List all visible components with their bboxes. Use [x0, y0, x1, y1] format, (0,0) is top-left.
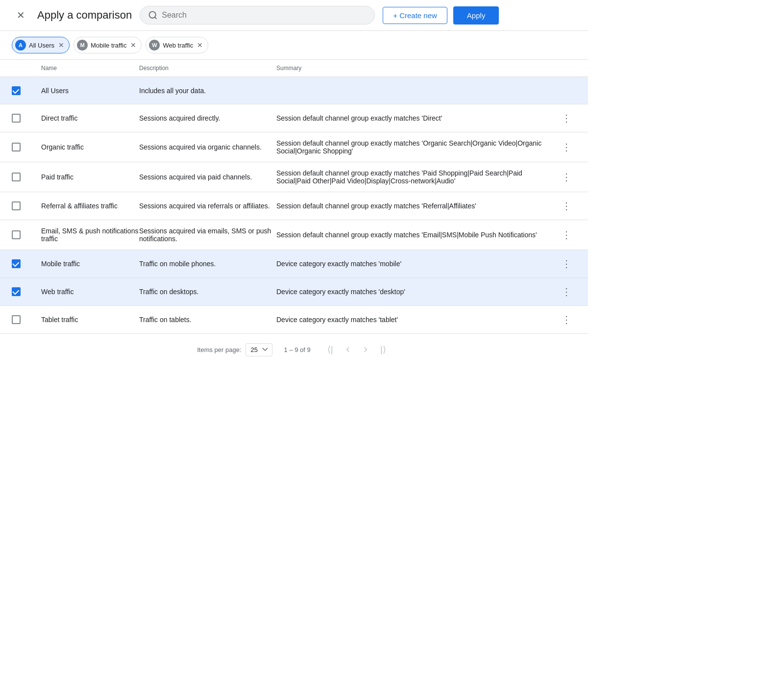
search-icon [148, 10, 158, 20]
chevron-left-icon [343, 345, 352, 354]
row-summary-3: Session default channel group exactly ma… [276, 139, 557, 155]
chip-avatar-all-users: A [15, 40, 26, 50]
col-checkbox [12, 65, 41, 72]
row-checkbox-5[interactable] [12, 201, 21, 210]
chip-label-all-users: All Users [29, 42, 54, 49]
chip-avatar-web-traffic: W [149, 40, 160, 50]
row-checkbox-1[interactable] [12, 86, 21, 95]
row-desc-2: Sessions acquired directly. [139, 114, 276, 122]
page-range: 1 – 9 of 9 [284, 346, 311, 353]
table-row: Paid traffic Sessions acquired via paid … [0, 162, 588, 192]
row-summary-7: Device category exactly matches 'mobile' [276, 260, 557, 268]
close-button[interactable]: ✕ [12, 6, 29, 24]
close-icon: ✕ [17, 9, 25, 21]
row-name-8: Web traffic [41, 288, 139, 296]
table-row: Referral & affiliates traffic Sessions a… [0, 192, 588, 220]
table-row: All Users Includes all your data. [0, 77, 588, 104]
search-box [140, 6, 375, 25]
row-desc-4: Sessions acquired via paid channels. [139, 173, 276, 181]
pagination: Items per page: 25 10 50 1 – 9 of 9 ⟨| |… [0, 334, 588, 365]
header-actions: + Create new Apply [383, 6, 499, 25]
col-name: Name [41, 65, 139, 72]
first-page-button[interactable]: ⟨| [322, 342, 338, 357]
table-row: Email, SMS & push notifications traffic … [0, 220, 588, 250]
row-more-btn-6[interactable]: ⋮ [557, 228, 576, 242]
row-checkbox-8[interactable] [12, 287, 21, 296]
prev-page-button[interactable] [340, 342, 356, 357]
row-desc-6: Sessions acquired via emails, SMS or pus… [139, 227, 276, 243]
chevron-right-icon [361, 345, 370, 354]
chip-avatar-mobile-traffic: M [77, 40, 88, 50]
row-desc-1: Includes all your data. [139, 87, 276, 95]
row-desc-7: Traffic on mobile phones. [139, 260, 276, 268]
table-row: Direct traffic Sessions acquired directl… [0, 104, 588, 132]
items-per-page-label: Items per page: [197, 346, 241, 353]
svg-line-1 [155, 17, 157, 19]
row-desc-5: Sessions acquired via referrals or affil… [139, 202, 276, 210]
chip-close-mobile-traffic[interactable]: ✕ [130, 42, 136, 49]
row-more-btn-4[interactable]: ⋮ [557, 170, 576, 184]
table-row: Tablet traffic Traffic on tablets. Devic… [0, 306, 588, 334]
chip-close-all-users[interactable]: ✕ [58, 42, 64, 49]
row-desc-9: Traffic on tablets. [139, 316, 276, 324]
row-checkbox-3[interactable] [12, 143, 21, 151]
row-checkbox-9[interactable] [12, 315, 21, 324]
row-more-btn-3[interactable]: ⋮ [557, 140, 576, 154]
chips-bar: A All Users ✕ M Mobile traffic ✕ W Web t… [0, 31, 588, 60]
row-desc-3: Sessions acquired via organic channels. [139, 143, 276, 151]
search-input[interactable] [162, 11, 367, 20]
row-name-7: Mobile traffic [41, 260, 139, 268]
table: Name Description Summary All Users Inclu… [0, 60, 588, 334]
col-description: Description [139, 65, 276, 72]
row-more-btn-7[interactable]: ⋮ [557, 257, 576, 271]
chip-label-mobile-traffic: Mobile traffic [91, 42, 126, 49]
next-page-button[interactable] [358, 342, 373, 357]
row-summary-8: Device category exactly matches 'desktop… [276, 288, 557, 296]
apply-button[interactable]: Apply [453, 6, 499, 25]
per-page-select[interactable]: 25 10 50 [245, 343, 272, 356]
header: ✕ Apply a comparison + Create new Apply [0, 0, 588, 31]
row-summary-9: Device category exactly matches 'tablet' [276, 316, 557, 324]
row-name-4: Paid traffic [41, 173, 139, 181]
row-checkbox-7[interactable] [12, 259, 21, 268]
col-summary: Summary [276, 65, 557, 72]
row-more-btn-9[interactable]: ⋮ [557, 313, 576, 326]
last-page-button[interactable]: |⟩ [375, 342, 391, 357]
row-more-btn-8[interactable]: ⋮ [557, 285, 576, 299]
row-checkbox-4[interactable] [12, 173, 21, 181]
page-nav: ⟨| |⟩ [322, 342, 391, 357]
row-more-btn-5[interactable]: ⋮ [557, 199, 576, 213]
row-summary-6: Session default channel group exactly ma… [276, 231, 557, 239]
dialog-container: ✕ Apply a comparison + Create new Apply … [0, 0, 588, 365]
row-name-9: Tablet traffic [41, 316, 139, 324]
table-header: Name Description Summary [0, 60, 588, 77]
table-row: Organic traffic Sessions acquired via or… [0, 132, 588, 162]
row-name-1: All Users [41, 87, 139, 95]
row-summary-4: Session default channel group exactly ma… [276, 169, 557, 185]
row-checkbox-2[interactable] [12, 114, 21, 123]
items-per-page: Items per page: 25 10 50 [197, 343, 272, 356]
row-summary-2: Session default channel group exactly ma… [276, 114, 557, 122]
chip-close-web-traffic[interactable]: ✕ [197, 42, 203, 49]
create-new-button[interactable]: + Create new [383, 7, 447, 24]
chip-label-web-traffic: Web traffic [163, 42, 193, 49]
row-desc-8: Traffic on desktops. [139, 288, 276, 296]
chip-all-users[interactable]: A All Users ✕ [12, 37, 70, 53]
row-more-btn-2[interactable]: ⋮ [557, 111, 576, 125]
row-checkbox-6[interactable] [12, 230, 21, 239]
row-name-3: Organic traffic [41, 143, 139, 151]
row-name-5: Referral & affiliates traffic [41, 202, 139, 210]
dialog-title: Apply a comparison [37, 9, 132, 22]
table-row: Mobile traffic Traffic on mobile phones.… [0, 250, 588, 278]
row-summary-5: Session default channel group exactly ma… [276, 202, 557, 210]
chip-web-traffic[interactable]: W Web traffic ✕ [146, 37, 208, 53]
row-name-6: Email, SMS & push notifications traffic [41, 227, 139, 243]
row-name-2: Direct traffic [41, 114, 139, 122]
chip-mobile-traffic[interactable]: M Mobile traffic ✕ [74, 37, 142, 53]
table-row: Web traffic Traffic on desktops. Device … [0, 278, 588, 306]
col-actions [557, 65, 576, 72]
svg-point-0 [149, 12, 156, 18]
